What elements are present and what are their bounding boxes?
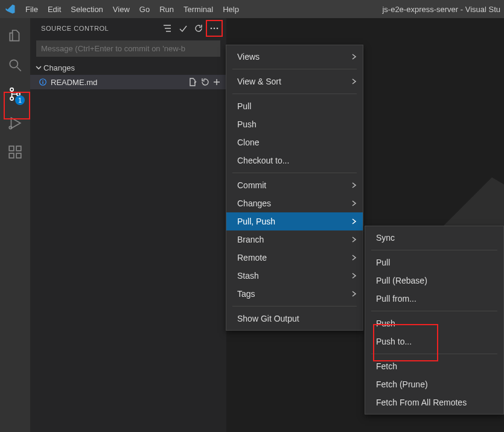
chevron-right-icon bbox=[351, 180, 357, 190]
menu-separator bbox=[371, 250, 497, 250]
menu-run[interactable]: Run bbox=[155, 0, 179, 18]
svg-rect-5 bbox=[9, 146, 14, 151]
submenu-push[interactable]: Push bbox=[365, 314, 503, 332]
change-row[interactable]: README.md bbox=[30, 75, 226, 89]
menu-pull[interactable]: Pull bbox=[226, 97, 363, 115]
menubar: File Edit Selection View Go Run Terminal… bbox=[0, 0, 504, 18]
svg-point-1 bbox=[10, 88, 13, 91]
submenu-fetch-all-remotes[interactable]: Fetch From All Remotes bbox=[365, 393, 503, 411]
menu-pull-push-sub[interactable]: Pull, Push bbox=[226, 212, 363, 230]
menu-clone[interactable]: Clone bbox=[226, 133, 363, 151]
change-filename: README.md bbox=[48, 78, 187, 87]
menu-commit-sub[interactable]: Commit bbox=[226, 176, 363, 194]
chevron-right-icon bbox=[351, 271, 357, 281]
stage-changes-icon[interactable] bbox=[211, 75, 223, 89]
svg-rect-7 bbox=[16, 153, 21, 158]
chevron-right-icon bbox=[351, 77, 357, 86]
svg-point-9 bbox=[211, 27, 212, 29]
menu-remote-sub[interactable]: Remote bbox=[226, 249, 363, 267]
menu-view[interactable]: View bbox=[108, 0, 135, 18]
menu-views[interactable]: Views bbox=[226, 48, 363, 66]
scm-badge: 1 bbox=[15, 95, 25, 105]
menu-show-git-output[interactable]: Show Git Output bbox=[226, 310, 363, 328]
menu-terminal[interactable]: Terminal bbox=[179, 0, 218, 18]
menu-changes-sub[interactable]: Changes bbox=[226, 194, 363, 212]
menu-selection[interactable]: Selection bbox=[66, 0, 107, 18]
submenu-pull-from[interactable]: Pull from... bbox=[365, 290, 503, 308]
menu-separator bbox=[371, 311, 497, 311]
chevron-right-icon bbox=[351, 217, 357, 226]
menu-stash-sub[interactable]: Stash bbox=[226, 267, 363, 285]
activity-bar: 1 bbox=[0, 18, 30, 432]
activity-source-control[interactable]: 1 bbox=[1, 80, 30, 109]
chevron-down-icon bbox=[34, 64, 43, 71]
submenu-sync[interactable]: Sync bbox=[365, 229, 503, 247]
window-title: js-e2e-express-server - Visual Stu bbox=[382, 5, 504, 14]
chevron-right-icon bbox=[351, 235, 357, 244]
commit-message bbox=[36, 40, 220, 57]
menu-push[interactable]: Push bbox=[226, 115, 363, 133]
menu-separator bbox=[371, 354, 497, 354]
chevron-right-icon bbox=[351, 289, 357, 299]
svg-point-0 bbox=[10, 60, 18, 68]
svg-rect-8 bbox=[16, 146, 21, 151]
menu-branch-sub[interactable]: Branch bbox=[226, 230, 363, 249]
chevron-right-icon bbox=[351, 253, 357, 262]
refresh-icon[interactable] bbox=[191, 21, 206, 36]
menu-separator bbox=[232, 173, 357, 173]
chevron-right-icon bbox=[351, 199, 357, 208]
menu-checkout-to[interactable]: Checkout to... bbox=[226, 151, 363, 170]
menu-help[interactable]: Help bbox=[218, 0, 244, 18]
activity-extensions[interactable] bbox=[1, 138, 30, 167]
menu-separator bbox=[232, 69, 357, 69]
menu-tags-sub[interactable]: Tags bbox=[226, 285, 363, 303]
commit-icon[interactable] bbox=[176, 21, 190, 36]
svg-point-2 bbox=[10, 97, 13, 100]
vscode-logo bbox=[0, 4, 21, 14]
activity-search[interactable] bbox=[1, 51, 30, 80]
menu-separator bbox=[232, 94, 357, 94]
more-actions-icon[interactable] bbox=[207, 21, 222, 36]
submenu-push-to[interactable]: Push to... bbox=[365, 332, 503, 351]
svg-point-4 bbox=[9, 126, 11, 129]
menu-separator bbox=[232, 306, 357, 307]
changes-label: Changes bbox=[43, 63, 75, 72]
commit-message-input[interactable] bbox=[36, 40, 220, 57]
chevron-right-icon bbox=[351, 52, 357, 62]
menu-edit[interactable]: Edit bbox=[43, 0, 66, 18]
activity-explorer[interactable] bbox=[1, 22, 30, 51]
svg-point-11 bbox=[217, 27, 219, 29]
open-file-icon[interactable] bbox=[187, 75, 199, 89]
changes-section-header[interactable]: Changes bbox=[30, 60, 226, 75]
activity-run-debug[interactable] bbox=[1, 109, 30, 138]
menu-go[interactable]: Go bbox=[135, 0, 155, 18]
submenu-fetch[interactable]: Fetch bbox=[365, 357, 503, 375]
svg-point-10 bbox=[214, 27, 215, 29]
sidebar-header: SOURCE CONTROL bbox=[30, 18, 226, 38]
svg-rect-6 bbox=[9, 153, 14, 158]
submenu-pull-rebase[interactable]: Pull (Rebase) bbox=[365, 272, 503, 290]
menu-file[interactable]: File bbox=[21, 0, 43, 18]
menu-view-and-sort[interactable]: View & Sort bbox=[226, 72, 363, 91]
scm-more-actions-menu: Views View & Sort Pull Push Clone Checko… bbox=[226, 45, 363, 331]
view-as-tree-icon[interactable] bbox=[160, 21, 174, 36]
discard-changes-icon[interactable] bbox=[199, 75, 211, 89]
info-icon bbox=[37, 78, 48, 86]
pull-push-submenu: Sync Pull Pull (Rebase) Pull from... Pus… bbox=[365, 226, 504, 415]
submenu-pull[interactable]: Pull bbox=[365, 253, 503, 272]
submenu-fetch-prune[interactable]: Fetch (Prune) bbox=[365, 375, 503, 393]
sidebar: SOURCE CONTROL Changes README. bbox=[30, 18, 226, 432]
sidebar-title: SOURCE CONTROL bbox=[41, 25, 160, 32]
